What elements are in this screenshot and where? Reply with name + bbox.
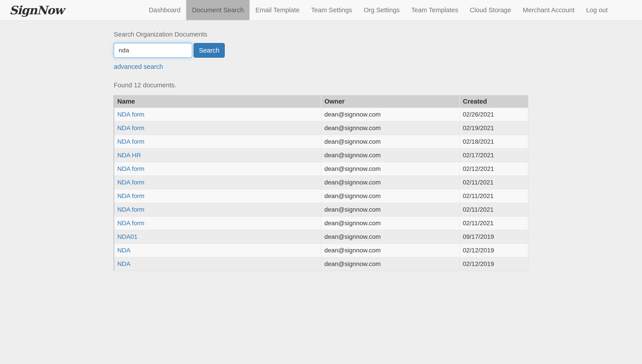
table-row: NDA HRdean@signnow.com02/17/2021 [114,148,528,162]
created-cell: 02/18/2021 [460,135,528,148]
document-link[interactable]: NDA HR [117,152,141,158]
table-row: NDA formdean@signnow.com02/11/2021 [114,203,528,216]
results-summary: Found 12 documents. [114,82,642,89]
owner-cell: dean@signnow.com [321,135,460,148]
owner-cell: dean@signnow.com [321,162,460,176]
nav-item-cloud-storage[interactable]: Cloud Storage [464,0,517,20]
document-link[interactable]: NDA form [117,124,144,132]
created-cell: 02/19/2021 [460,122,528,135]
table-row: NDA formdean@signnow.com02/18/2021 [114,135,528,148]
owner-cell: dean@signnow.com [321,216,460,230]
created-cell: 02/12/2019 [460,244,528,257]
owner-cell: dean@signnow.com [321,176,460,189]
owner-cell: dean@signnow.com [321,108,460,122]
top-navbar: SignNow Dashboard Document Search Email … [0,0,642,20]
created-cell: 02/11/2021 [460,189,528,203]
created-cell: 02/26/2021 [460,108,528,122]
created-cell: 02/12/2021 [460,162,528,176]
table-header-row: Name Owner Created [114,95,528,108]
table-row: NDA formdean@signnow.com02/12/2021 [114,162,528,176]
owner-cell: dean@signnow.com [321,189,460,203]
name-cell: NDA01 [114,230,321,244]
name-cell: NDA form [114,203,321,216]
name-cell: NDA form [114,189,321,203]
owner-cell: dean@signnow.com [321,122,460,135]
document-link[interactable]: NDA form [117,220,144,226]
table-row: NDA formdean@signnow.com02/11/2021 [114,189,528,203]
nav-item-merchant-account[interactable]: Merchant Account [517,0,580,20]
owner-cell: dean@signnow.com [321,148,460,162]
document-link[interactable]: NDA form [117,179,144,186]
nav-item-log-out[interactable]: Log out [580,0,613,20]
name-cell: NDA form [114,122,321,135]
document-link[interactable]: NDA [117,260,130,267]
document-link[interactable]: NDA form [117,206,144,213]
owner-cell: dean@signnow.com [321,230,460,244]
owner-cell: dean@signnow.com [321,257,460,271]
nav-item-email-template[interactable]: Email Template [249,0,305,20]
column-header-name: Name [114,95,321,108]
created-cell: 02/11/2021 [460,176,528,189]
search-form: Search [114,43,642,58]
name-cell: NDA form [114,176,321,189]
table-row: NDA formdean@signnow.com02/11/2021 [114,176,528,189]
column-header-owner: Owner [321,95,460,108]
table-row: NDA formdean@signnow.com02/26/2021 [114,108,528,122]
table-row: NDA formdean@signnow.com02/19/2021 [114,122,528,135]
name-cell: NDA HR [114,148,321,162]
main-nav: Dashboard Document Search Email Template… [143,0,613,20]
documents-table-body: NDA formdean@signnow.com02/26/2021NDA fo… [114,108,528,271]
column-header-created: Created [460,95,528,108]
created-cell: 02/11/2021 [460,203,528,216]
created-cell: 02/11/2021 [460,216,528,230]
documents-table: Name Owner Created NDA formdean@signnow.… [114,95,528,271]
table-row: NDAdean@signnow.com02/12/2019 [114,257,528,271]
advanced-search-link[interactable]: advanced search [114,63,163,70]
table-row: NDA formdean@signnow.com02/11/2021 [114,216,528,230]
table-row: NDAdean@signnow.com02/12/2019 [114,244,528,257]
document-link[interactable]: NDA form [117,165,144,172]
nav-item-document-search[interactable]: Document Search [186,0,249,20]
name-cell: NDA form [114,135,321,148]
document-search-page: Search Organization Documents Search adv… [0,20,642,271]
table-row: NDA01dean@signnow.com09/17/2019 [114,230,528,244]
created-cell: 02/12/2019 [460,257,528,271]
signnow-logo[interactable]: SignNow [9,3,64,17]
document-link[interactable]: NDA form [117,192,144,200]
document-link[interactable]: NDA form [117,111,144,118]
name-cell: NDA form [114,108,321,122]
document-link[interactable]: NDA form [117,138,144,145]
name-cell: NDA form [114,162,321,176]
nav-item-team-settings[interactable]: Team Settings [305,0,358,20]
search-input[interactable] [114,43,192,58]
nav-item-org-settings[interactable]: Org Settings [358,0,405,20]
name-cell: NDA [114,257,321,271]
nav-item-team-templates[interactable]: Team Templates [405,0,464,20]
search-button[interactable]: Search [194,43,225,58]
search-section-label: Search Organization Documents [114,31,642,38]
name-cell: NDA [114,244,321,257]
created-cell: 02/17/2021 [460,148,528,162]
name-cell: NDA form [114,216,321,230]
owner-cell: dean@signnow.com [321,203,460,216]
owner-cell: dean@signnow.com [321,244,460,257]
document-link[interactable]: NDA [117,247,130,254]
created-cell: 09/17/2019 [460,230,528,244]
document-link[interactable]: NDA01 [117,233,137,240]
nav-item-dashboard[interactable]: Dashboard [143,0,186,20]
